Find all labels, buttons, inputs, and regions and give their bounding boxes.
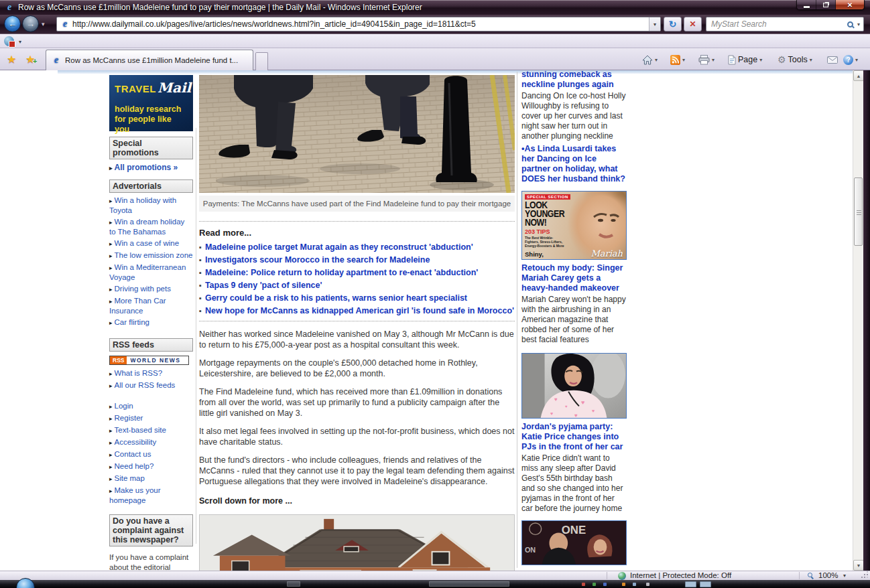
- url-input[interactable]: [72, 19, 649, 29]
- restore-button[interactable]: [816, 0, 836, 9]
- advertorial-link[interactable]: Car flirting: [109, 317, 193, 327]
- related-link[interactable]: Investigators scour Morocco in the searc…: [199, 254, 515, 267]
- help-button[interactable]: ? ▾: [843, 52, 858, 67]
- tab-active[interactable]: e Row as McCanns use £1million Madeleine…: [46, 50, 253, 70]
- tray-window-icon[interactable]: [685, 581, 696, 587]
- advertorial-link[interactable]: Win a holiday with Toyota: [109, 196, 193, 215]
- tray-icon[interactable]: [582, 583, 585, 586]
- printer-icon: [698, 55, 710, 65]
- search-dropdown-icon[interactable]: ▾: [857, 21, 860, 27]
- magazine-cover-image[interactable]: SPECIAL SECTION LOOK YOUNGER NOW! 203 TI…: [521, 191, 627, 260]
- pdf-dropdown-icon[interactable]: ▾: [19, 39, 21, 45]
- mail-icon: [827, 56, 838, 64]
- home-button[interactable]: ▾: [642, 52, 658, 67]
- tray-window-icon[interactable]: [700, 581, 711, 587]
- sidebar-link-lusardi[interactable]: As Linda Lusardi takes her Dancing on Ic…: [521, 144, 627, 184]
- sidebar-body-jordan: Katie Price didn't want to miss any slee…: [521, 453, 627, 514]
- new-tab-button[interactable]: [255, 52, 268, 70]
- katie-price-image[interactable]: [521, 353, 627, 419]
- login-link[interactable]: Login: [109, 401, 193, 411]
- feeds-button[interactable]: ▾: [670, 52, 685, 67]
- tray-icon[interactable]: [622, 583, 625, 586]
- add-favorite-icon[interactable]: ★+: [25, 53, 35, 66]
- advertorial-link[interactable]: The low emission zone: [109, 250, 193, 261]
- zoom-dropdown-icon[interactable]: ▾: [843, 573, 846, 579]
- page-dropdown-icon[interactable]: ▾: [759, 57, 762, 63]
- related-link[interactable]: Tapas 9 deny 'pact of silence': [199, 279, 515, 292]
- search-box[interactable]: ▾: [706, 17, 864, 31]
- left-sidebar: TRAVELMail holiday research for people l…: [109, 75, 193, 571]
- tray-icon[interactable]: [593, 583, 596, 586]
- related-link[interactable]: Madeleine: Police return to holiday apar…: [199, 267, 515, 279]
- forward-button[interactable]: →: [22, 15, 39, 32]
- tray-icon[interactable]: [646, 583, 649, 586]
- contact-us-link[interactable]: Contact us: [109, 449, 193, 459]
- address-dropdown-icon[interactable]: ▾: [649, 17, 660, 31]
- column-divider-center: [517, 72, 517, 568]
- all-promotions-link[interactable]: All promotions »: [109, 163, 193, 173]
- start-button[interactable]: [16, 578, 35, 588]
- text-based-site-link[interactable]: Text-based site: [109, 425, 193, 435]
- refresh-button[interactable]: ↻: [664, 17, 682, 31]
- heart-icon: [574, 413, 578, 419]
- taskbar-button[interactable]: [429, 581, 509, 587]
- related-link[interactable]: New hope for McCanns as kidnapped Americ…: [199, 305, 515, 317]
- site-map-link[interactable]: Site map: [109, 473, 193, 484]
- rss-world-news-badge[interactable]: RSS WORLD NEWS: [109, 356, 189, 365]
- status-bar: Internet | Protected Mode: Off 100% ▾: [0, 571, 870, 580]
- favorites-icon[interactable]: ★: [7, 53, 16, 66]
- scroll-up-icon[interactable]: ▲: [853, 70, 864, 81]
- sidebar-headline-jordan[interactable]: Jordan's pyjama party: Katie Price chang…: [521, 422, 627, 452]
- magazine-small-text: The Best Wrinkle-Fighters, Stress-Lifter…: [525, 236, 566, 248]
- stop-button[interactable]: ✕: [684, 17, 702, 31]
- advertorial-link[interactable]: Win a dream holiday to The Bahamas: [109, 217, 193, 236]
- rss-icon: [670, 55, 680, 65]
- zoom-level[interactable]: 100%: [818, 571, 838, 579]
- tools-button[interactable]: ⚙ Tools ▾: [778, 52, 812, 67]
- event-photo-image[interactable]: ONE ON: [521, 520, 627, 565]
- tray-icon[interactable]: [603, 583, 607, 586]
- what-is-rss-link[interactable]: What is RSS?: [109, 368, 193, 378]
- history-dropdown-icon[interactable]: ▾: [42, 21, 45, 27]
- advertorial-link[interactable]: Win a case of wine: [109, 238, 193, 248]
- mail-button[interactable]: [827, 52, 838, 67]
- scroll-down-icon[interactable]: ▼: [853, 560, 864, 571]
- minimize-button[interactable]: [797, 0, 816, 9]
- related-link[interactable]: Gerry could be a risk to his patients, w…: [199, 292, 515, 305]
- all-rss-feeds-link[interactable]: All our RSS feeds: [109, 380, 193, 390]
- resize-grip[interactable]: [864, 574, 865, 575]
- tools-dropdown-icon[interactable]: ▾: [810, 57, 812, 63]
- search-icon[interactable]: [847, 21, 853, 27]
- accessibility-link[interactable]: Accessibility: [109, 437, 193, 447]
- address-bar[interactable]: e ▾: [56, 17, 661, 31]
- heart-icon: [550, 411, 553, 416]
- home-icon: [642, 55, 653, 65]
- print-dropdown-icon[interactable]: ▾: [712, 57, 714, 63]
- back-button[interactable]: ←: [4, 15, 21, 32]
- scrollbar-thumb[interactable]: [854, 177, 863, 246]
- pdf-convert-icon[interactable]: [4, 36, 14, 46]
- sidebar-headline-holly[interactable]: stunning comeback as neckline plunges ag…: [521, 70, 627, 90]
- register-link[interactable]: Register: [109, 413, 193, 423]
- feeds-dropdown-icon[interactable]: ▾: [682, 57, 685, 63]
- make-homepage-link[interactable]: Make us your homepage: [109, 486, 193, 505]
- related-link[interactable]: Madeleine police target Murat again as t…: [199, 241, 515, 254]
- taskbar-button[interactable]: [287, 581, 300, 587]
- tray-icon[interactable]: [633, 583, 636, 586]
- home-dropdown-icon[interactable]: ▾: [655, 57, 658, 63]
- page-button[interactable]: Page ▾: [728, 52, 762, 67]
- window-right-border: [863, 70, 870, 571]
- close-button[interactable]: ✕: [836, 0, 864, 9]
- zoom-icon[interactable]: [808, 573, 812, 577]
- advertorial-link[interactable]: More Than Car Insurance: [109, 296, 193, 315]
- print-button[interactable]: ▾: [698, 52, 714, 67]
- advertorial-link[interactable]: Win a Mediterranean Voyage: [109, 263, 193, 282]
- travelmail-banner[interactable]: TRAVELMail holiday research for people l…: [109, 75, 193, 131]
- advertorial-link[interactable]: Driving with pets: [109, 284, 193, 294]
- vertical-scrollbar[interactable]: ▲ ▼: [853, 70, 863, 571]
- help-dropdown-icon[interactable]: ▾: [855, 57, 858, 63]
- column-divider-left: [196, 128, 196, 544]
- search-input[interactable]: [706, 19, 847, 29]
- sidebar-headline-mariah[interactable]: Retouch my body: Singer Mariah Carey get…: [521, 263, 627, 293]
- need-help-link[interactable]: Need help?: [109, 461, 193, 471]
